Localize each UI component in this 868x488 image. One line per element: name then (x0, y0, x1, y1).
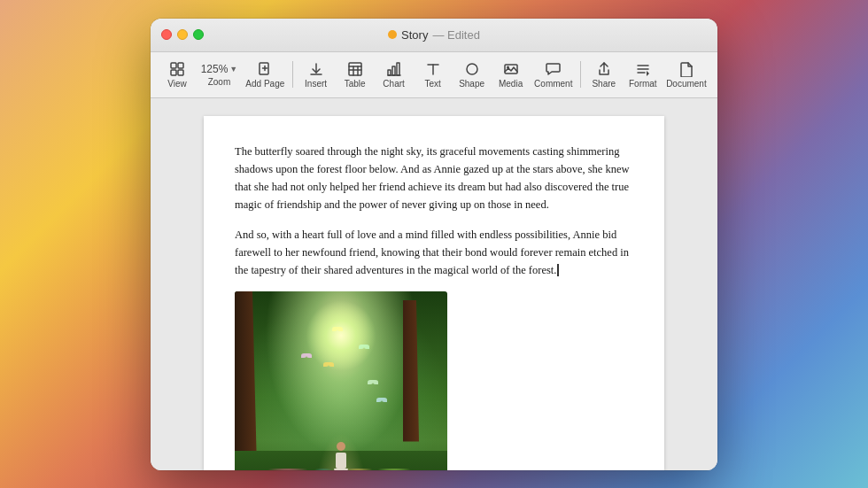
share-icon (596, 61, 612, 77)
toolbar-view[interactable]: View (158, 58, 197, 92)
svg-rect-2 (171, 70, 176, 75)
insert-label: Insert (305, 79, 327, 89)
zoom-label: Zoom (208, 77, 231, 87)
comment-label: Comment (534, 79, 572, 89)
document-icon (678, 61, 694, 77)
toolbar-document[interactable]: Document (663, 58, 710, 92)
toolbar-sep-2 (580, 61, 581, 88)
window-title: Story — Edited (388, 28, 480, 42)
butterfly-2 (359, 345, 369, 352)
figure-head (337, 442, 345, 451)
svg-rect-15 (392, 66, 395, 75)
minimize-button[interactable] (177, 29, 188, 40)
document-image[interactable] (235, 291, 633, 470)
toolbar-insert[interactable]: Insert (297, 58, 336, 92)
title-bar: Story — Edited (151, 19, 717, 52)
toolbar-shape[interactable]: Shape (453, 58, 492, 92)
paragraph-2: And so, with a heart full of love and a … (235, 226, 633, 279)
zoom-value-text: 125% (201, 63, 229, 75)
figure-skirt (334, 469, 348, 470)
svg-rect-3 (178, 70, 183, 75)
butterfly-3 (323, 362, 334, 369)
toolbar-chart[interactable]: Chart (375, 58, 414, 92)
add-page-icon (257, 61, 273, 77)
forest-glow (306, 300, 376, 371)
butterfly-4 (368, 380, 378, 387)
chart-icon (386, 61, 402, 77)
toolbar-add-page[interactable]: Add Page (242, 58, 289, 92)
svg-rect-0 (171, 63, 176, 68)
paragraph-1: The butterfly soared through the night s… (235, 143, 633, 213)
close-button[interactable] (161, 29, 172, 40)
title-dot-icon (388, 30, 397, 39)
document-title: Story (401, 28, 428, 42)
table-label: Table (345, 79, 366, 89)
add-page-label: Add Page (245, 79, 284, 89)
toolbar-comment[interactable]: Comment (531, 58, 577, 92)
toolbar-media[interactable]: Media (492, 58, 531, 92)
svg-rect-1 (178, 63, 183, 68)
document-page: The butterfly soared through the night s… (204, 116, 664, 470)
document-area[interactable]: The butterfly soared through the night s… (151, 98, 717, 470)
format-icon (635, 61, 651, 77)
document-label: Document (666, 79, 707, 89)
chart-label: Chart (383, 79, 404, 89)
toolbar-share[interactable]: Share (585, 58, 624, 92)
text-label: Text (424, 79, 440, 89)
app-window: Story — Edited View 125% ▼ Zoom (151, 19, 717, 470)
shape-label: Shape (459, 79, 484, 89)
format-label: Format (629, 79, 657, 89)
toolbar-sep-1 (292, 61, 293, 88)
svg-rect-14 (388, 70, 391, 75)
forest-illustration (235, 291, 447, 470)
svg-marker-26 (647, 71, 649, 76)
girl-figure (332, 442, 350, 470)
comment-icon (546, 61, 562, 77)
zoom-chevron-icon: ▼ (229, 65, 237, 74)
butterfly-1 (332, 327, 343, 334)
toolbar-text[interactable]: Text (414, 58, 453, 92)
table-icon (347, 61, 363, 77)
traffic-lights (161, 29, 204, 40)
share-label: Share (592, 79, 616, 89)
butterfly-5 (301, 353, 312, 360)
view-icon (169, 61, 185, 77)
document-status: — Edited (432, 28, 480, 42)
toolbar-zoom[interactable]: 125% ▼ Zoom (197, 59, 242, 90)
svg-rect-9 (349, 63, 361, 75)
toolbar-table[interactable]: Table (336, 58, 375, 92)
view-label: View (167, 79, 187, 89)
figure-body (336, 453, 346, 469)
text-icon (425, 61, 441, 77)
toolbar: View 125% ▼ Zoom Add Page Inser (151, 52, 717, 98)
svg-rect-16 (397, 63, 399, 75)
svg-point-20 (467, 64, 477, 74)
media-icon (503, 61, 519, 77)
text-cursor (557, 264, 559, 276)
toolbar-format[interactable]: Format (624, 58, 663, 92)
maximize-button[interactable] (193, 29, 204, 40)
butterfly-6 (376, 398, 387, 405)
shape-icon (464, 61, 480, 77)
media-label: Media (499, 79, 523, 89)
svg-point-22 (507, 66, 509, 68)
insert-icon (308, 61, 324, 77)
